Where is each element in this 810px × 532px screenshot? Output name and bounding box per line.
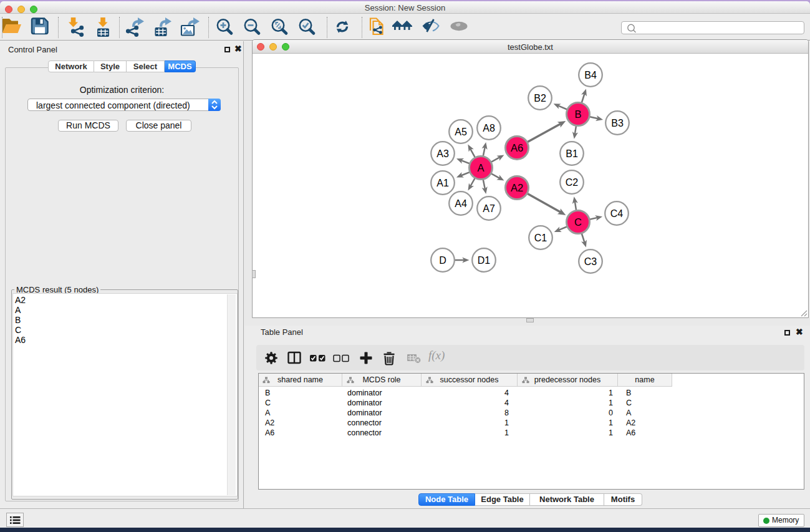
- svg-text:C1: C1: [534, 233, 547, 243]
- svg-text:A4: A4: [455, 198, 467, 209]
- svg-text:C4: C4: [610, 208, 624, 219]
- svg-text:D1: D1: [478, 255, 491, 266]
- svg-text:C3: C3: [584, 256, 597, 267]
- svg-text:B4: B4: [584, 70, 597, 80]
- svg-text:B: B: [574, 109, 581, 120]
- svg-text:A: A: [477, 162, 484, 173]
- svg-text:A8: A8: [483, 123, 495, 133]
- svg-text:A7: A7: [483, 203, 495, 214]
- svg-text:B2: B2: [534, 93, 546, 104]
- svg-text:A5: A5: [455, 127, 467, 137]
- svg-text:B3: B3: [611, 118, 624, 128]
- svg-text:D: D: [439, 255, 446, 266]
- svg-text:C: C: [574, 216, 582, 228]
- svg-text:A1: A1: [436, 178, 449, 188]
- svg-text:B1: B1: [566, 148, 578, 159]
- svg-text:A3: A3: [436, 148, 449, 159]
- svg-text:C2: C2: [566, 177, 579, 188]
- svg-text:A6: A6: [511, 142, 523, 153]
- svg-text:A2: A2: [511, 182, 523, 193]
